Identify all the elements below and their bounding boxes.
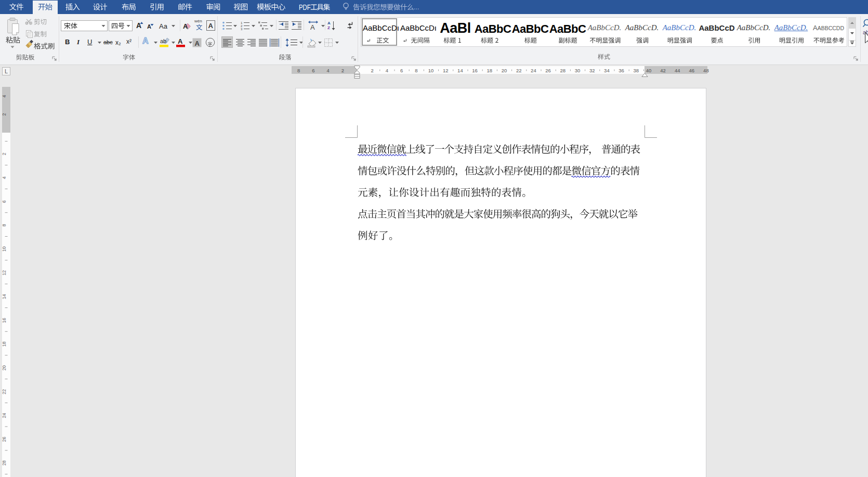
- svg-text:24: 24: [2, 413, 7, 418]
- svg-text:A: A: [195, 40, 200, 47]
- svg-text:16: 16: [472, 68, 478, 73]
- svg-text:28: 28: [560, 68, 566, 73]
- svg-text:10: 10: [2, 247, 7, 252]
- svg-text:22: 22: [516, 68, 522, 73]
- svg-text:34: 34: [604, 68, 610, 73]
- svg-text:38: 38: [634, 68, 639, 73]
- svg-text:32: 32: [589, 68, 595, 73]
- svg-text:8: 8: [415, 68, 417, 73]
- svg-text:2: 2: [341, 68, 344, 73]
- svg-text:30: 30: [575, 68, 581, 73]
- svg-text:4: 4: [2, 176, 7, 179]
- svg-text:44: 44: [675, 68, 680, 73]
- svg-text:6: 6: [312, 68, 314, 73]
- svg-text:A: A: [327, 21, 331, 25]
- svg-text:8: 8: [297, 68, 300, 73]
- svg-text:4: 4: [2, 95, 7, 97]
- svg-text:Z: Z: [327, 25, 330, 30]
- svg-text:14: 14: [457, 68, 463, 73]
- svg-text:28: 28: [2, 460, 7, 466]
- svg-text:4: 4: [386, 68, 388, 73]
- svg-text:10: 10: [428, 68, 434, 73]
- svg-text:2: 2: [2, 152, 7, 155]
- svg-text:26: 26: [545, 68, 551, 73]
- svg-text:20: 20: [502, 68, 507, 73]
- svg-text:20: 20: [2, 365, 7, 370]
- svg-text:22: 22: [2, 389, 7, 394]
- svg-text:3: 3: [241, 28, 243, 31]
- svg-text:46: 46: [689, 68, 695, 73]
- svg-text:18: 18: [487, 68, 493, 73]
- svg-text:2: 2: [371, 68, 374, 73]
- svg-text:40: 40: [646, 68, 652, 73]
- svg-text:42: 42: [660, 68, 666, 73]
- svg-text:2: 2: [2, 113, 7, 115]
- svg-text:36: 36: [619, 68, 624, 73]
- svg-text:16: 16: [2, 318, 7, 323]
- svg-text:A: A: [310, 23, 315, 31]
- svg-text:18: 18: [2, 342, 7, 347]
- svg-text:24: 24: [531, 68, 536, 73]
- svg-text:8: 8: [2, 224, 7, 227]
- svg-text:12: 12: [443, 68, 449, 73]
- svg-text:12: 12: [2, 270, 7, 275]
- svg-text:48: 48: [703, 68, 709, 73]
- svg-text:6: 6: [400, 68, 403, 73]
- svg-text:6: 6: [2, 200, 7, 203]
- svg-text:14: 14: [2, 294, 7, 299]
- svg-text:4: 4: [327, 68, 330, 73]
- svg-text:26: 26: [2, 436, 7, 442]
